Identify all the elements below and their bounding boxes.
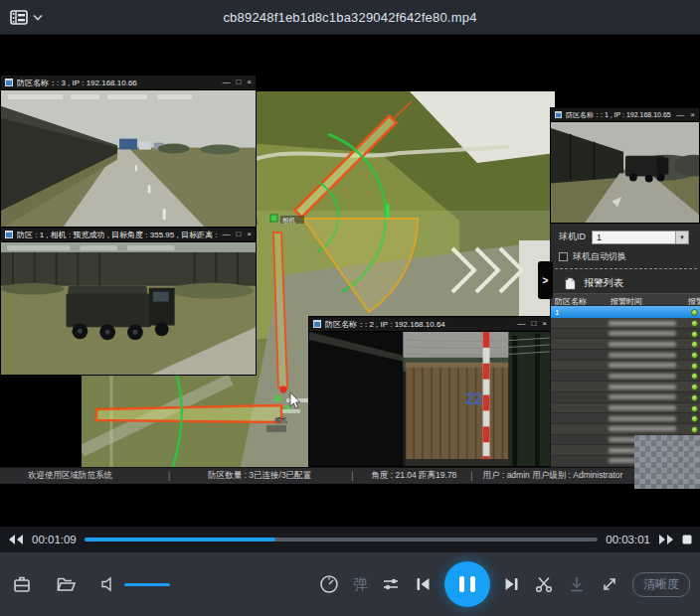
blurred-alarm-time	[609, 374, 676, 379]
blurred-alarm-time	[609, 321, 676, 326]
next-icon[interactable]	[503, 575, 521, 593]
camera-window-titlebar: 防区 : 1 , 相机 : 预览成功 , 目标角度 : 355.95 , 目标距…	[1, 228, 256, 242]
pause-button[interactable]	[444, 561, 490, 607]
alarm-list-title: 报警列表	[584, 276, 623, 290]
camera-window-titlebar: 防区名称：: 1 , IP : 192.168.10.65 — ×	[551, 108, 699, 122]
pause-icon	[470, 576, 475, 592]
quality-button[interactable]: 清晰度	[632, 572, 690, 597]
status-zone-count: 防区数量 : 3已连接/3已配置	[208, 470, 311, 482]
blurred-alarm-time	[609, 426, 676, 431]
blurred-alarm-time	[609, 385, 676, 389]
alarm-status-icon	[691, 341, 698, 348]
status-separator: |	[351, 471, 353, 481]
open-folder-icon[interactable]	[56, 574, 77, 594]
panel-collapse-tab: >	[538, 261, 553, 299]
auto-switch-label: 球机自动切换	[573, 250, 626, 263]
camera-window-titlebar: 防区名称：: 2 , IP : 192.168.10.64 — □ ×	[309, 317, 551, 332]
playback-speed-icon[interactable]	[318, 573, 340, 595]
alarm-status-icon	[691, 331, 698, 338]
alarm-row[interactable]	[551, 403, 700, 414]
auto-switch-checkbox	[559, 252, 568, 261]
danmaku-toggle[interactable]: 弹	[353, 575, 368, 594]
svg-text:22: 22	[465, 390, 483, 407]
alarm-row[interactable]	[551, 371, 700, 382]
alarm-status-icon	[691, 309, 698, 316]
video-filename: cb89248f1eb1d8c1ba329042f642fe80.mp4	[0, 10, 700, 25]
stop-icon[interactable]	[682, 535, 692, 544]
seek-track[interactable]	[85, 538, 598, 541]
alarm-row[interactable]	[551, 339, 700, 350]
status-welcome: 欢迎使用区域防范系统	[28, 470, 112, 482]
playlist-icon[interactable]	[12, 574, 32, 594]
player-controls: 弹	[0, 552, 700, 616]
blurred-alarm-time	[609, 416, 676, 421]
video-surface[interactable]: 3 相机 相机 防区名称：: 3 , IP : 192.168.10.66	[0, 35, 700, 527]
dropdown-arrow-icon: ▼	[675, 231, 688, 243]
download-icon[interactable]	[567, 574, 587, 594]
camera-window-titlebar: 防区名称：: 3 , IP : 192.168.10.66 — □ ×	[1, 76, 256, 90]
volume-icon[interactable]	[100, 576, 116, 592]
alarm-row[interactable]	[551, 392, 700, 403]
camera-window-title: 防区名称：: 3 , IP : 192.168.10.66	[17, 77, 218, 88]
rewind-icon[interactable]	[8, 534, 24, 545]
app-statusbar: 欢迎使用区域防范系统 | 防区数量 : 3已连接/3已配置 | 角度 : 21.…	[0, 467, 700, 484]
svg-text:相机: 相机	[281, 217, 296, 225]
window-icon	[555, 111, 562, 118]
window-icon	[5, 231, 13, 238]
alarm-row-selected: 1	[551, 306, 700, 318]
progress-fill	[85, 538, 276, 541]
blurred-alarm-time	[609, 353, 676, 358]
maximize-button: □	[531, 320, 536, 328]
alarm-row[interactable]	[551, 329, 700, 340]
close-button: ×	[542, 320, 547, 328]
seek-bar-row: 00:01:09 00:03:01	[0, 527, 700, 552]
status-separator: |	[168, 471, 170, 481]
camera-window-title: 防区名称：: 2 , IP : 192.168.10.64	[325, 319, 513, 330]
blurred-alarm-time	[609, 394, 676, 399]
fullscreen-icon[interactable]	[600, 574, 619, 594]
camera-window-title: 防区名称：: 1 , IP : 192.168.10.65	[566, 110, 672, 120]
previous-icon[interactable]	[414, 575, 432, 593]
camera-window-zone1: 防区名称：: 1 , IP : 192.168.10.65 — ×	[550, 107, 700, 224]
video-player-window: cb89248f1eb1d8c1ba329042f642fe80.mp4	[0, 0, 700, 616]
camera-feed-zone1	[551, 122, 699, 224]
alarm-row[interactable]	[551, 350, 700, 361]
blurred-alarm-time	[609, 342, 676, 347]
minimize-button: —	[676, 111, 684, 119]
current-time: 00:01:09	[32, 534, 77, 545]
alarm-row[interactable]	[551, 361, 700, 372]
status-separator: |	[470, 471, 472, 481]
cut-icon[interactable]	[534, 574, 554, 594]
panel-divider	[555, 268, 697, 269]
mosaic-blur-patch	[634, 435, 700, 489]
total-time: 00:03:01	[606, 534, 650, 545]
alarm-status-icon	[691, 384, 698, 390]
alarm-status-icon	[691, 363, 698, 370]
camera-window-zone2: 防区名称：: 2 , IP : 192.168.10.64 — □ ×	[308, 316, 552, 467]
maximize-button: □	[236, 78, 241, 86]
status-user: 用户 : admin 用户级别 : Administrator	[483, 470, 623, 482]
chevron-down-icon[interactable]	[33, 14, 43, 21]
alarm-status-icon	[691, 426, 698, 433]
close-button: ×	[247, 231, 252, 238]
volume-slider[interactable]	[124, 583, 170, 586]
alarm-status-icon	[691, 415, 698, 422]
close-button: ×	[247, 78, 252, 86]
camera-window-title: 防区 : 1 , 相机 : 预览成功 , 目标角度 : 355.95 , 目标距…	[17, 230, 218, 240]
film-icon[interactable]	[10, 10, 28, 25]
alarm-row[interactable]	[551, 424, 700, 435]
blurred-alarm-time	[609, 405, 676, 410]
fast-forward-icon[interactable]	[658, 534, 674, 545]
camera-window-zone3: 防区名称：: 3 , IP : 192.168.10.66 — □ ×	[0, 75, 257, 229]
settings-sliders-icon[interactable]	[381, 574, 401, 594]
pause-icon	[459, 576, 464, 592]
player-titlebar: cb89248f1eb1d8c1ba329042f642fe80.mp4	[0, 0, 700, 35]
camera-window-zone1-tracking: 防区 : 1 , 相机 : 预览成功 , 目标角度 : 355.95 , 目标距…	[0, 227, 257, 376]
ball-id-label: 球机ID	[559, 231, 586, 243]
minimize-button: —	[517, 320, 525, 328]
alarm-row[interactable]	[551, 318, 700, 329]
minimize-button: —	[222, 78, 230, 86]
window-icon	[5, 78, 13, 86]
alarm-row[interactable]	[551, 382, 700, 392]
alarm-row[interactable]	[551, 413, 700, 424]
